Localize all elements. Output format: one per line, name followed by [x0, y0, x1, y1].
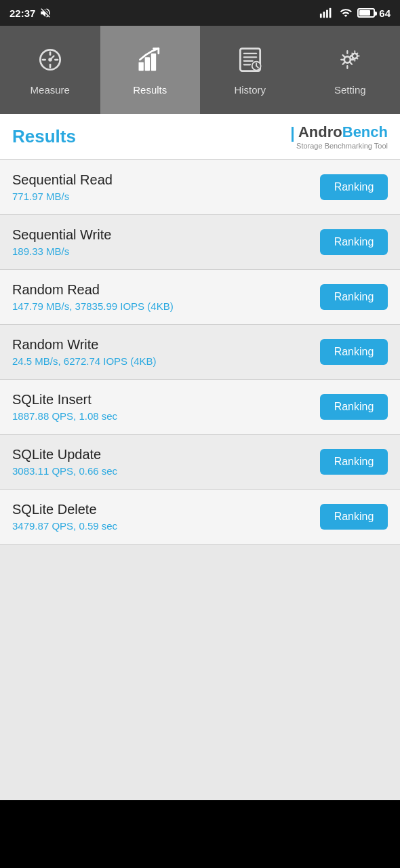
brand-bar	[292, 127, 294, 142]
result-name: Sequential Write	[12, 227, 320, 243]
brand-name: AndroBench	[292, 123, 388, 142]
tab-setting[interactable]: Setting	[300, 26, 401, 114]
result-row: SQLite Update3083.11 QPS, 0.66 secRankin…	[0, 435, 400, 490]
result-name: Sequential Read	[12, 172, 320, 188]
status-time: 22:37	[9, 7, 35, 19]
result-value: 24.5 MB/s, 6272.74 IOPS (4KB)	[12, 355, 320, 367]
svg-rect-8	[151, 53, 156, 71]
result-row: Random Read147.79 MB/s, 37835.99 IOPS (4…	[0, 270, 400, 325]
page-header: Results AndroBench Storage Benchmarking …	[0, 114, 400, 160]
tab-history-label: History	[234, 84, 266, 96]
mute-icon	[39, 7, 52, 19]
brand-logo: AndroBench Storage Benchmarking Tool	[292, 123, 388, 150]
tab-history[interactable]: History	[200, 26, 300, 114]
signal-icon	[319, 7, 334, 19]
tab-setting-label: Setting	[334, 84, 366, 96]
measure-icon	[35, 45, 65, 79]
result-name: Random Read	[12, 282, 320, 298]
setting-icon	[335, 45, 365, 79]
page-content: Results AndroBench Storage Benchmarking …	[0, 114, 400, 800]
tab-results-label: Results	[133, 84, 167, 96]
result-value: 147.79 MB/s, 37835.99 IOPS (4KB)	[12, 300, 320, 312]
result-name: SQLite Insert	[12, 392, 320, 408]
svg-rect-7	[145, 57, 150, 71]
nav-tabs: Measure Results	[0, 26, 400, 114]
result-row: SQLite Insert1887.88 QPS, 1.08 secRankin…	[0, 380, 400, 435]
result-row: Sequential Write189.33 MB/sRanking	[0, 215, 400, 270]
status-right: 64	[319, 7, 391, 19]
status-left: 22:37	[9, 7, 52, 19]
svg-rect-1	[323, 12, 325, 18]
battery-icon	[357, 8, 375, 18]
results-icon	[135, 45, 165, 79]
brand-subtitle: Storage Benchmarking Tool	[296, 142, 388, 150]
result-row: Sequential Read771.97 MB/sRanking	[0, 160, 400, 215]
history-icon	[235, 45, 265, 79]
result-name: Random Write	[12, 337, 320, 353]
ranking-button[interactable]: Ranking	[320, 339, 388, 365]
tab-measure[interactable]: Measure	[0, 26, 100, 114]
result-row: SQLite Delete3479.87 QPS, 0.59 secRankin…	[0, 490, 400, 545]
result-value: 3479.87 QPS, 0.59 sec	[12, 520, 320, 532]
bottom-bar	[0, 800, 400, 868]
tab-results[interactable]: Results	[100, 26, 201, 114]
result-value: 189.33 MB/s	[12, 245, 320, 257]
result-info: Sequential Write189.33 MB/s	[12, 227, 320, 257]
ranking-button[interactable]: Ranking	[320, 394, 388, 420]
result-info: Sequential Read771.97 MB/s	[12, 172, 320, 202]
result-info: SQLite Insert1887.88 QPS, 1.08 sec	[12, 392, 320, 422]
result-info: SQLite Update3083.11 QPS, 0.66 sec	[12, 447, 320, 477]
svg-rect-3	[329, 8, 332, 18]
result-info: Random Write24.5 MB/s, 6272.74 IOPS (4KB…	[12, 337, 320, 367]
tab-measure-label: Measure	[31, 84, 70, 96]
result-name: SQLite Update	[12, 447, 320, 462]
ranking-button[interactable]: Ranking	[320, 284, 388, 310]
result-value: 3083.11 QPS, 0.66 sec	[12, 465, 320, 477]
ranking-button[interactable]: Ranking	[320, 174, 388, 200]
result-name: SQLite Delete	[12, 502, 320, 517]
result-value: 771.97 MB/s	[12, 191, 320, 202]
svg-rect-6	[139, 62, 144, 71]
result-value: 1887.88 QPS, 1.08 sec	[12, 410, 320, 422]
svg-rect-2	[326, 9, 328, 18]
brand-part1: Andro	[298, 123, 342, 140]
battery-level: 64	[379, 7, 391, 19]
result-list: Sequential Read771.97 MB/sRankingSequent…	[0, 160, 400, 545]
svg-rect-0	[320, 14, 322, 18]
result-info: SQLite Delete3479.87 QPS, 0.59 sec	[12, 502, 320, 532]
ranking-button[interactable]: Ranking	[320, 449, 388, 475]
status-bar: 22:37 64	[0, 0, 400, 26]
page-title: Results	[12, 126, 76, 147]
ranking-button[interactable]: Ranking	[320, 229, 388, 255]
svg-point-17	[344, 56, 351, 62]
brand-part2: Bench	[342, 123, 388, 140]
result-info: Random Read147.79 MB/s, 37835.99 IOPS (4…	[12, 282, 320, 312]
ranking-button[interactable]: Ranking	[320, 504, 388, 530]
result-row: Random Write24.5 MB/s, 6272.74 IOPS (4KB…	[0, 325, 400, 380]
wifi-icon	[338, 7, 353, 19]
